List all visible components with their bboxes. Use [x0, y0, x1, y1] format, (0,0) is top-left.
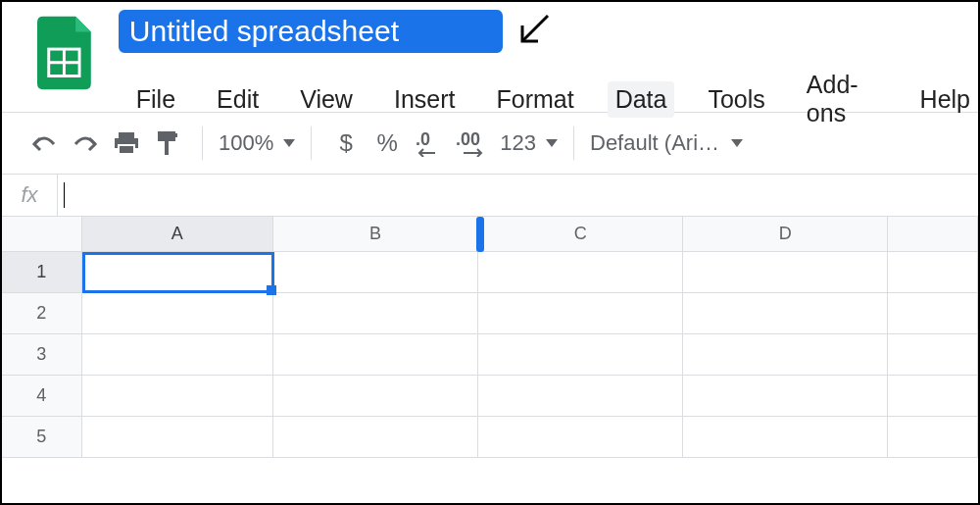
number-format-dropdown[interactable]: 123 — [500, 130, 558, 156]
menu-addons[interactable]: Add-ons — [799, 67, 887, 131]
menu-data[interactable]: Data — [608, 81, 675, 118]
column-header-e[interactable] — [888, 217, 978, 252]
svg-rect-6 — [119, 145, 134, 154]
svg-rect-8 — [172, 133, 177, 137]
cell-d3[interactable] — [683, 334, 888, 376]
zoom-value: 100% — [219, 130, 273, 156]
spreadsheet-grid: A B C D 1 2 3 — [2, 217, 978, 458]
column-header-a[interactable]: A — [82, 217, 273, 252]
cell-b5[interactable] — [273, 417, 478, 458]
menu-file[interactable]: File — [128, 81, 183, 118]
print-button[interactable] — [108, 125, 145, 162]
increase-decimal-button[interactable]: .00 — [451, 125, 496, 162]
cell-e3[interactable] — [888, 334, 978, 376]
cell-b2[interactable] — [273, 293, 478, 334]
cell-e1[interactable] — [888, 252, 978, 293]
menu-tools[interactable]: Tools — [700, 81, 772, 118]
row-header-5[interactable]: 5 — [2, 417, 82, 458]
formula-input[interactable] — [65, 185, 978, 206]
svg-text:.0: .0 — [416, 129, 430, 149]
cell-e2[interactable] — [888, 293, 978, 334]
cell-c3[interactable] — [478, 334, 683, 376]
row-header-1[interactable]: 1 — [2, 252, 82, 293]
percent-button[interactable]: % — [368, 125, 406, 162]
chevron-down-icon — [731, 139, 743, 147]
cell-d2[interactable] — [683, 293, 888, 334]
undo-button[interactable] — [25, 125, 63, 162]
menu-format[interactable]: Format — [488, 81, 581, 118]
svg-rect-4 — [119, 132, 134, 138]
font-dropdown[interactable]: Default (Ari… — [590, 130, 743, 156]
svg-text:.00: .00 — [456, 129, 480, 149]
column-resize-handle[interactable] — [476, 217, 484, 252]
cell-b4[interactable] — [273, 376, 478, 417]
row-header-2[interactable]: 2 — [2, 293, 82, 334]
fx-label: fx — [2, 182, 57, 208]
svg-line-3 — [522, 16, 548, 41]
cell-a4[interactable] — [82, 376, 273, 417]
number-format-label: 123 — [500, 130, 536, 156]
cell-a1[interactable] — [82, 252, 273, 293]
column-header-d[interactable]: D — [683, 217, 888, 252]
cell-b3[interactable] — [273, 334, 478, 376]
cell-e4[interactable] — [888, 376, 978, 417]
chevron-down-icon — [546, 139, 558, 147]
zoom-dropdown[interactable]: 100% — [219, 130, 295, 156]
svg-rect-9 — [165, 141, 169, 155]
row-header-3[interactable]: 3 — [2, 334, 82, 376]
currency-button[interactable]: $ — [327, 125, 365, 162]
font-label: Default (Ari… — [590, 130, 719, 156]
cell-a3[interactable] — [82, 334, 273, 376]
cell-d5[interactable] — [683, 417, 888, 458]
menu-view[interactable]: View — [292, 81, 361, 118]
menu-insert[interactable]: Insert — [386, 81, 464, 118]
cell-c5[interactable] — [478, 417, 683, 458]
column-header-b[interactable]: B — [273, 217, 478, 252]
redo-button[interactable] — [67, 125, 104, 162]
cell-c1[interactable] — [478, 252, 683, 293]
cell-b1[interactable] — [273, 252, 478, 293]
cell-e5[interactable] — [888, 417, 978, 458]
document-title-input[interactable] — [119, 10, 503, 53]
menu-help[interactable]: Help — [912, 81, 978, 118]
cell-a2[interactable] — [82, 293, 273, 334]
cell-d4[interactable] — [683, 376, 888, 417]
cell-c2[interactable] — [478, 293, 683, 334]
cell-d1[interactable] — [683, 252, 888, 293]
decrease-decimal-button[interactable]: .0 — [410, 125, 447, 162]
column-header-c[interactable]: C — [478, 217, 683, 252]
cell-a5[interactable] — [82, 417, 273, 458]
menu-edit[interactable]: Edit — [209, 81, 267, 118]
cell-c4[interactable] — [478, 376, 683, 417]
row-header-4[interactable]: 4 — [2, 376, 82, 417]
select-all-corner[interactable] — [2, 217, 82, 252]
menu-bar: File Edit View Insert Format Data Tools … — [119, 67, 978, 131]
sheets-logo-icon[interactable] — [37, 16, 91, 90]
chevron-down-icon — [283, 139, 295, 147]
paint-format-button[interactable] — [149, 125, 186, 162]
cursor-arrow-icon — [513, 12, 552, 51]
formula-bar: fx — [2, 174, 978, 217]
